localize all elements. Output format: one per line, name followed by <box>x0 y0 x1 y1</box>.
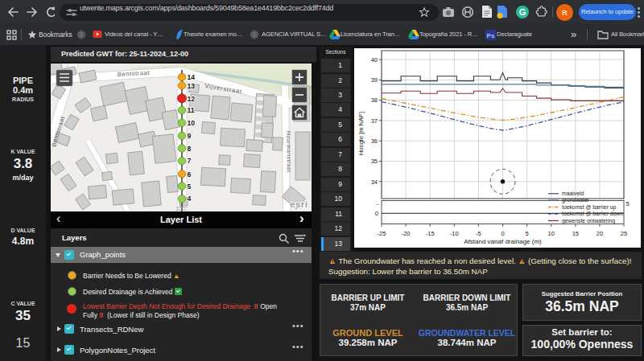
svg-text:Hourmanstraat: Hourmanstraat <box>286 131 292 173</box>
svg-text:toekomst @ barrier down: toekomst @ barrier down <box>562 211 623 216</box>
svg-text:gewenste ontwatering: gewenste ontwatering <box>562 218 615 224</box>
svg-text:-20: -20 <box>402 230 411 237</box>
svg-text:-15: -15 <box>426 230 435 237</box>
svg-text:7: 7 <box>188 157 192 165</box>
svg-text:15: 15 <box>572 230 579 237</box>
svg-text:12: 12 <box>188 95 196 103</box>
svg-text:toekomst @ barrier up: toekomst @ barrier up <box>562 204 617 211</box>
svg-text:Ps: Ps <box>487 32 495 39</box>
svg-text:5: 5 <box>188 183 192 191</box>
svg-text:-5: -5 <box>476 230 481 237</box>
svg-text:35: 35 <box>371 158 378 165</box>
svg-text:10: 10 <box>548 230 555 237</box>
svg-text:0: 0 <box>501 230 504 237</box>
svg-text:39: 39 <box>371 76 378 84</box>
svg-text:9: 9 <box>188 132 192 140</box>
svg-text:10: 10 <box>188 119 196 127</box>
svg-text:36: 36 <box>371 137 378 145</box>
svg-text:Hoogte [m NAP]: Hoogte [m NAP] <box>357 112 365 155</box>
svg-text:8: 8 <box>188 145 192 153</box>
svg-text:-10: -10 <box>450 230 459 237</box>
svg-text:0: 0 <box>375 210 378 217</box>
svg-text:25: 25 <box>621 230 627 237</box>
svg-text:14: 14 <box>188 73 196 81</box>
svg-text:esri: esri <box>290 199 308 209</box>
svg-text:5: 5 <box>526 230 529 237</box>
svg-text:4: 4 <box>188 195 192 203</box>
svg-text:grondwater: grondwater <box>562 197 590 203</box>
svg-text:11: 11 <box>188 106 195 114</box>
svg-text:Afstand vanaf drainage (m): Afstand vanaf drainage (m) <box>464 238 542 245</box>
svg-text:-25: -25 <box>378 230 386 237</box>
svg-text:37: 37 <box>371 117 378 125</box>
svg-text:20: 20 <box>597 230 603 237</box>
svg-text:G: G <box>519 7 526 17</box>
svg-text:34: 34 <box>371 178 378 186</box>
svg-text:40: 40 <box>371 56 378 64</box>
svg-text:6: 6 <box>188 170 192 178</box>
svg-text:13: 13 <box>188 82 196 90</box>
svg-text:maaiveld: maaiveld <box>562 191 584 196</box>
svg-text:38: 38 <box>371 96 378 104</box>
svg-text:5: 5 <box>626 200 630 207</box>
